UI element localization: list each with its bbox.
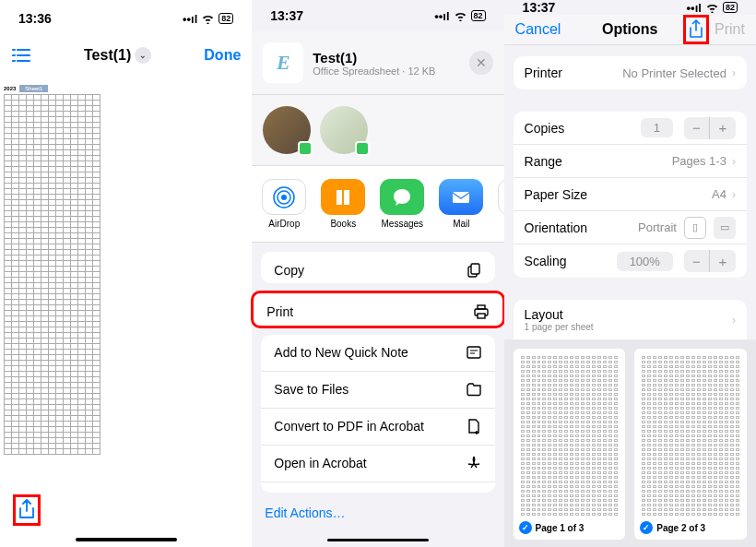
list-icon[interactable] (11, 48, 31, 63)
page-preview-row[interactable]: ✓Page 1 of 3 ✓Page 2 of 3 (504, 339, 756, 547)
quicknote-icon (466, 344, 482, 361)
action-list: Copy (261, 252, 494, 283)
chevron-right-icon: › (732, 66, 736, 79)
app-books[interactable]: Books (320, 179, 366, 229)
plus-button[interactable]: + (710, 117, 736, 139)
printer-row[interactable]: Printer No Printer Selected› (514, 56, 747, 89)
home-indicator[interactable] (76, 538, 177, 541)
chevron-down-icon: ⌄ (135, 47, 151, 64)
wifi-icon (454, 11, 467, 21)
print-button[interactable]: Print (715, 21, 745, 38)
status-bar: 13:37 ••ıl 82 (504, 0, 756, 15)
doc-title[interactable]: Test(1) ⌄ (84, 47, 151, 64)
action-open-acrobat[interactable]: Open in Acrobat (261, 446, 494, 482)
clock: 13:37 (270, 8, 303, 23)
messages-badge-icon (298, 141, 313, 156)
file-title: Test(1) (313, 50, 435, 65)
file-app-icon: E (263, 42, 303, 83)
highlight-box (13, 494, 41, 526)
settings-group: Copies 1 − + Range Pages 1-3› Paper Size… (514, 112, 747, 278)
bottom-bar (0, 488, 252, 532)
action-save-files[interactable]: Save to Files (261, 372, 494, 409)
signal-icon: ••ıl (434, 9, 449, 23)
svg-point-0 (281, 195, 287, 200)
home-indicator[interactable] (327, 539, 429, 541)
battery-icon: 82 (471, 10, 486, 21)
papersize-row[interactable]: Paper Size A4› (514, 178, 747, 211)
share-icon[interactable] (18, 499, 36, 521)
folder-icon (466, 381, 482, 398)
landscape-button[interactable]: ▭ (714, 217, 736, 239)
signal-icon: ••ıl (687, 1, 702, 15)
messages-badge-icon (355, 141, 370, 156)
contact-avatar[interactable] (263, 106, 311, 154)
status-icons: ••ıl 82 (434, 9, 485, 23)
screen-share-sheet: 13:37 ••ıl 82 E Test(1) Office Spreadshe… (252, 0, 503, 547)
close-icon[interactable]: ✕ (469, 51, 493, 75)
status-icons: ••ıl 82 (687, 1, 738, 15)
edit-actions-link[interactable]: Edit Actions… (252, 493, 503, 533)
highlight-box: Print (251, 291, 504, 327)
chevron-right-icon: › (732, 314, 736, 327)
page-preview-1[interactable]: ✓Page 1 of 3 (514, 349, 626, 540)
layout-row[interactable]: Layout 1 page per sheet › (514, 300, 747, 339)
nav-bar: Cancel Options Print (504, 15, 756, 45)
page-preview-2[interactable]: ✓Page 2 of 3 (634, 349, 747, 540)
check-icon: ✓ (640, 521, 653, 534)
wifi-icon (705, 3, 719, 13)
status-bar: 13:36 ••ıl 82 (0, 0, 252, 37)
copies-stepper: − + (684, 117, 736, 139)
cancel-button[interactable]: Cancel (515, 21, 561, 38)
app-airdrop[interactable]: AirDrop (261, 179, 307, 229)
document-preview[interactable]: 2023Sheet1 (0, 74, 252, 488)
apps-row[interactable]: AirDrop Books Messages Mail N… (252, 165, 503, 243)
signal-icon: ••ıl (183, 12, 197, 26)
document-plus-icon (466, 418, 482, 434)
action-print[interactable]: Print (254, 293, 502, 327)
file-subtitle: Office Spreadsheet · 12 KB (313, 65, 435, 77)
svg-rect-8 (478, 314, 485, 318)
done-button[interactable]: Done (204, 47, 241, 64)
action-quick-note[interactable]: Add to New Quick Note (261, 335, 494, 372)
action-make-pdf[interactable]: Make PDF (261, 482, 494, 493)
copies-value[interactable]: 1 (641, 118, 673, 137)
battery-icon: 82 (219, 13, 233, 24)
copy-icon (466, 262, 482, 279)
printer-icon (473, 303, 490, 320)
clock: 13:37 (523, 0, 556, 15)
minus-button[interactable]: − (684, 250, 710, 272)
scaling-stepper: − + (684, 250, 736, 272)
share-icon[interactable] (688, 19, 704, 40)
scaling-value[interactable]: 100% (617, 252, 673, 271)
screen-preview: 13:36 ••ıl 82 Test(1) ⌄ Done 2023Sheet1 (0, 0, 252, 547)
scaling-row: Scaling 100% − + (514, 244, 747, 278)
app-notes[interactable]: N… (497, 179, 503, 229)
svg-rect-5 (471, 264, 479, 274)
check-icon: ✓ (519, 521, 532, 534)
sheet-tab: Sheet1 (19, 85, 48, 92)
action-convert-pdf[interactable]: Convert to PDF in Acrobat (261, 409, 494, 446)
printer-group: Printer No Printer Selected› (514, 56, 747, 89)
action-copy[interactable]: Copy (261, 252, 494, 283)
share-header: E Test(1) Office Spreadsheet · 12 KB ✕ (252, 31, 503, 95)
screen-print-options: 13:37 ••ıl 82 Cancel Options Print Print… (504, 0, 756, 547)
contacts-row (252, 95, 503, 165)
copies-row: Copies 1 − + (514, 112, 747, 145)
nav-bar: Test(1) ⌄ Done (0, 37, 252, 74)
app-mail[interactable]: Mail (438, 179, 484, 229)
battery-icon: 82 (723, 2, 738, 13)
minus-button[interactable]: − (684, 117, 710, 139)
svg-rect-3 (453, 192, 469, 203)
status-bar: 13:37 ••ıl 82 (252, 0, 503, 31)
portrait-button[interactable]: ▯ (684, 217, 706, 239)
orientation-row: Orientation Portrait ▯ ▭ (514, 211, 747, 244)
app-messages[interactable]: Messages (379, 179, 425, 229)
action-list-2: Add to New Quick Note Save to Files Conv… (261, 335, 494, 493)
contact-avatar[interactable] (320, 106, 368, 154)
clock: 13:36 (18, 11, 52, 26)
range-row[interactable]: Range Pages 1-3› (514, 145, 747, 178)
wifi-icon (201, 14, 215, 24)
chevron-right-icon: › (732, 188, 736, 201)
plus-button[interactable]: + (710, 250, 736, 272)
chevron-right-icon: › (732, 155, 736, 168)
